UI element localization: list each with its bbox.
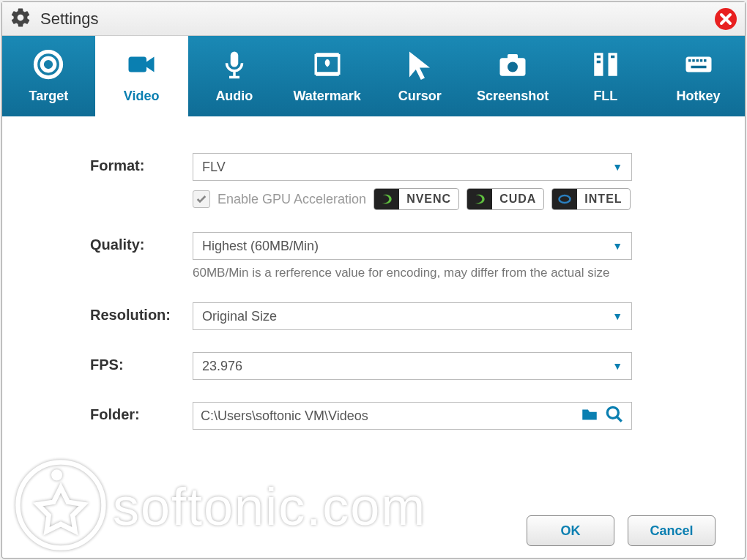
browse-folder-button[interactable] xyxy=(580,405,599,428)
svg-rect-19 xyxy=(696,59,699,62)
svg-point-9 xyxy=(508,61,518,72)
ok-button[interactable]: OK xyxy=(527,515,614,546)
chevron-down-icon: ▼ xyxy=(612,310,622,322)
tab-label: Screenshot xyxy=(477,89,549,104)
quality-value: Highest (60MB/Min) xyxy=(202,239,612,254)
tab-label: Audio xyxy=(215,89,253,104)
svg-point-23 xyxy=(560,195,571,203)
tab-target[interactable]: Target xyxy=(2,36,95,116)
svg-rect-17 xyxy=(688,59,691,62)
gpu-label: Enable GPU Acceleration xyxy=(218,192,366,207)
svg-point-24 xyxy=(607,407,618,418)
svg-point-2 xyxy=(36,51,62,77)
svg-rect-20 xyxy=(699,59,702,62)
format-dropdown[interactable]: FLV ▼ xyxy=(193,153,632,181)
format-value: FLV xyxy=(202,160,612,175)
nvenc-badge: NVENC xyxy=(374,188,459,210)
tab-label: Cursor xyxy=(398,89,442,104)
quality-label: Quality: xyxy=(90,232,193,253)
chevron-down-icon: ▼ xyxy=(612,240,622,252)
svg-point-1 xyxy=(42,58,56,71)
folder-label: Folder: xyxy=(90,402,193,423)
cuda-badge: CUDA xyxy=(467,188,544,210)
quality-hint: 60MB/Min is a rerference value for encod… xyxy=(193,266,632,280)
tab-fll[interactable]: FLL xyxy=(560,36,653,116)
svg-rect-6 xyxy=(316,53,339,56)
window-title: Settings xyxy=(40,10,99,29)
content-panel: Format: FLV ▼ Enable GPU Acceleration NV… xyxy=(2,116,745,504)
folder-input[interactable]: C:\Users\softonic VM\Videos xyxy=(193,402,632,430)
tab-audio[interactable]: Audio xyxy=(188,36,281,116)
tab-hotkey[interactable]: Hotkey xyxy=(652,36,745,116)
svg-rect-13 xyxy=(597,55,601,58)
resolution-value: Original Size xyxy=(202,309,612,324)
fps-value: 23.976 xyxy=(202,359,612,374)
open-folder-button[interactable] xyxy=(605,405,624,428)
tab-label: Video xyxy=(124,89,160,104)
tab-cursor[interactable]: Cursor xyxy=(374,36,467,116)
folder-value: C:\Users\softonic VM\Videos xyxy=(201,408,574,424)
svg-rect-15 xyxy=(611,55,614,58)
footer: OK Cancel xyxy=(2,504,745,558)
resolution-label: Resolution: xyxy=(90,302,193,324)
title-bar: Settings xyxy=(2,2,745,36)
gpu-checkbox[interactable] xyxy=(193,190,210,208)
close-button[interactable] xyxy=(714,7,737,31)
fps-dropdown[interactable]: 23.976 ▼ xyxy=(193,352,632,380)
svg-rect-7 xyxy=(316,72,339,75)
svg-rect-14 xyxy=(597,60,601,63)
tab-label: FLL xyxy=(593,89,617,104)
tab-label: Hotkey xyxy=(677,89,721,104)
gear-icon xyxy=(10,7,31,31)
svg-rect-16 xyxy=(685,56,711,72)
intel-badge: INTEL xyxy=(551,188,630,210)
format-label: Format: xyxy=(90,153,193,174)
tab-watermark[interactable]: Watermark xyxy=(280,36,374,116)
tab-bar: Target Video Audio Watermark Cursor Scre… xyxy=(2,36,745,116)
chevron-down-icon: ▼ xyxy=(612,360,622,372)
svg-rect-3 xyxy=(129,56,147,72)
quality-dropdown[interactable]: Highest (60MB/Min) ▼ xyxy=(193,232,632,260)
cancel-button[interactable]: Cancel xyxy=(628,515,716,546)
tab-screenshot[interactable]: Screenshot xyxy=(467,36,560,116)
resolution-dropdown[interactable]: Original Size ▼ xyxy=(193,302,632,330)
tab-video[interactable]: Video xyxy=(95,36,188,116)
chevron-down-icon: ▼ xyxy=(612,161,622,173)
svg-rect-10 xyxy=(508,54,518,59)
tab-label: Target xyxy=(29,89,69,104)
settings-window: Settings Target Video Audio Watermark Cu… xyxy=(1,1,746,559)
svg-rect-21 xyxy=(704,59,707,62)
tab-label: Watermark xyxy=(293,89,360,104)
svg-rect-4 xyxy=(231,51,239,67)
svg-rect-22 xyxy=(691,65,706,68)
svg-rect-18 xyxy=(692,59,695,62)
fps-label: FPS: xyxy=(90,352,193,373)
